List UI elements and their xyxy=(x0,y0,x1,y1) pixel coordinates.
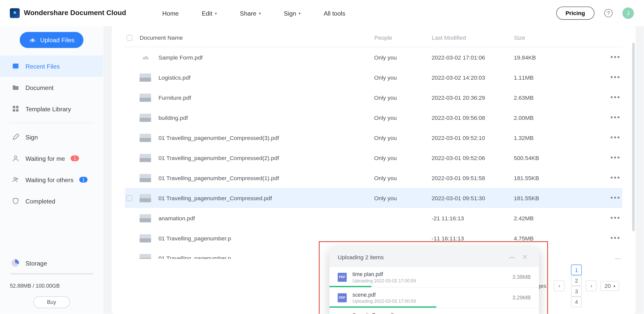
sidebar-item-document[interactable]: Document xyxy=(0,77,103,98)
file-modified: 2022-03-01 09:52:06 xyxy=(432,154,514,161)
upload-file-name: Sample Form.pdf xyxy=(352,312,491,314)
file-name: anamation.pdf xyxy=(158,215,374,221)
badge: 1 xyxy=(71,155,79,161)
help-icon[interactable]: ? xyxy=(604,9,613,17)
file-size: 4.75MB xyxy=(514,235,588,241)
col-name[interactable]: Document Name xyxy=(140,34,374,41)
file-name: building.pdf xyxy=(158,114,374,121)
more-icon[interactable]: ••• xyxy=(611,113,621,122)
pricing-button[interactable]: Pricing xyxy=(556,7,594,20)
more-icon[interactable]: ••• xyxy=(611,174,621,182)
select-all-checkbox[interactable] xyxy=(127,35,132,41)
brand-icon xyxy=(10,8,20,18)
page-next[interactable]: › xyxy=(586,281,596,291)
upload-progress-bar xyxy=(330,306,436,308)
no-action: — xyxy=(615,255,621,259)
storage-text: 52.88MB / 100.00GB xyxy=(10,283,93,289)
upload-item: PDF time plan.pdf Uploading 2022-03-02 1… xyxy=(330,267,539,288)
pdf-icon: PDF xyxy=(338,293,347,302)
chevron-down-icon: ▾ xyxy=(215,11,217,15)
file-modified: -11 16:11:13 xyxy=(432,235,514,241)
file-modified: 2022-03-01 09:56:08 xyxy=(432,114,514,121)
file-name: 01 Travelling_pagenumber_Compressed(2).p… xyxy=(158,154,374,161)
file-people: Only you xyxy=(374,74,432,81)
more-icon[interactable]: ••• xyxy=(611,194,621,202)
file-name: 01 Travelling_pagenumber_Compressed.pdf xyxy=(158,195,374,201)
table-row[interactable]: Sample Form.pdf Only you 2022-03-02 17:0… xyxy=(125,47,622,67)
col-size[interactable]: Size xyxy=(514,34,588,41)
nav-home[interactable]: Home xyxy=(162,10,179,17)
nav-alltools[interactable]: All tools xyxy=(324,10,345,17)
chevron-up-icon[interactable]: ︿ xyxy=(506,253,519,261)
col-modified[interactable]: Last Modified xyxy=(432,34,514,41)
page-prev[interactable]: ‹ xyxy=(554,281,565,291)
upload-item: PDF Sample Form.pdf Uploading 2022-03-02… xyxy=(330,308,539,314)
file-thumb-icon xyxy=(140,234,151,242)
table-row[interactable]: 01 Travelling_pagenumber_Compressed(1).p… xyxy=(125,168,622,188)
page-size-select[interactable]: 20 ▾ xyxy=(601,281,619,291)
page-3[interactable]: 3 xyxy=(571,286,582,296)
more-icon[interactable]: ••• xyxy=(611,133,621,142)
table-row[interactable]: 01 Travelling_pagenumber_Compressed.pdf … xyxy=(125,188,622,208)
file-people: Only you xyxy=(374,175,432,181)
more-icon[interactable]: ••• xyxy=(611,234,621,242)
page-4[interactable]: 4 xyxy=(571,297,582,307)
more-icon[interactable]: ••• xyxy=(611,53,621,62)
file-modified: 2022-03-02 17:01:06 xyxy=(432,54,514,61)
table-row[interactable]: 01 Travelling_pagenumber_Compressed(2).p… xyxy=(125,148,622,168)
row-checkbox[interactable] xyxy=(127,195,132,201)
main-area: Document Name People Last Modified Size … xyxy=(104,0,644,314)
table-row[interactable]: Logistics.pdf Only you 2022-03-02 14:20:… xyxy=(125,67,622,87)
pdf-icon: PDF xyxy=(338,313,347,314)
page-2[interactable]: 2 xyxy=(571,275,582,286)
upload-file-status: Uploading 2022-03-02 17:00:59 xyxy=(352,278,507,283)
col-people[interactable]: People xyxy=(374,34,432,41)
sidebar-item-storage[interactable]: Storage xyxy=(10,254,93,272)
file-modified: 2022-03-02 14:20:03 xyxy=(432,74,514,81)
upload-file-status: Uploading 2022-03-02 17:00:59 xyxy=(352,299,507,304)
nav-edit[interactable]: Edit▾ xyxy=(202,10,217,17)
table-row[interactable]: anamation.pdf -21 11:16:13 2.42MB ••• xyxy=(125,208,622,228)
file-people: Only you xyxy=(374,54,432,61)
sidebar-item-completed[interactable]: Completed xyxy=(0,190,103,212)
table-header: Document Name People Last Modified Size xyxy=(125,26,622,47)
file-thumb-icon xyxy=(140,73,151,81)
sidebar-item-waiting-for-others[interactable]: Waiting for others1 xyxy=(0,169,103,190)
file-thumb-icon xyxy=(140,214,151,222)
sidebar-item-label: Document xyxy=(25,84,54,91)
app-header: Wondershare Document Cloud Home Edit▾ Sh… xyxy=(0,0,644,26)
sidebar-item-recent-files[interactable]: Recent Files xyxy=(0,55,103,77)
chevron-down-icon: ▾ xyxy=(299,11,301,15)
table-row[interactable]: 01 Travelling_pagenumber.p -11 16:11:13 … xyxy=(125,228,622,248)
upload-popup-title: Uploading 2 items xyxy=(338,254,384,260)
more-icon[interactable]: ••• xyxy=(611,93,621,102)
close-icon[interactable]: ✕ xyxy=(519,253,531,261)
sidebar-item-label: Template Library xyxy=(25,105,71,112)
pdf-icon: PDF xyxy=(338,273,347,282)
page-1[interactable]: 1 xyxy=(571,265,582,275)
table-row[interactable]: building.pdf Only you 2022-03-01 09:56:0… xyxy=(125,108,622,128)
more-icon[interactable]: ••• xyxy=(611,73,621,82)
table-row[interactable]: Furniture.pdf Only you 2022-03-01 20:36:… xyxy=(125,87,622,108)
user-icon xyxy=(12,154,20,163)
file-size: 500.54KB xyxy=(514,154,588,161)
nav-sign[interactable]: Sign▾ xyxy=(284,10,301,17)
users-icon xyxy=(12,176,20,184)
buy-button[interactable]: Buy xyxy=(33,296,70,308)
more-icon[interactable]: ••• xyxy=(611,214,621,222)
table-row[interactable]: 01 Travelling_pagenumber_Compressed(3).p… xyxy=(125,128,622,148)
sidebar-item-label: Waiting for others xyxy=(25,176,73,183)
more-icon[interactable]: ••• xyxy=(611,153,621,162)
avatar[interactable]: J xyxy=(622,7,634,19)
file-thumb-icon xyxy=(140,134,151,142)
sidebar-item-waiting-for-me[interactable]: Waiting for me1 xyxy=(0,148,103,169)
sidebar-item-sign[interactable]: Sign xyxy=(0,126,103,148)
storage-pie-icon xyxy=(12,259,19,267)
nav-share[interactable]: Share▾ xyxy=(240,10,261,17)
sidebar-item-template-library[interactable]: Template Library xyxy=(0,98,103,119)
upload-file-size: 3.38MB xyxy=(512,274,531,280)
clock-icon xyxy=(12,62,20,70)
brand[interactable]: Wondershare Document Cloud xyxy=(10,8,126,18)
upload-files-button[interactable]: Upload Files xyxy=(20,32,84,48)
pen-icon xyxy=(12,133,20,141)
